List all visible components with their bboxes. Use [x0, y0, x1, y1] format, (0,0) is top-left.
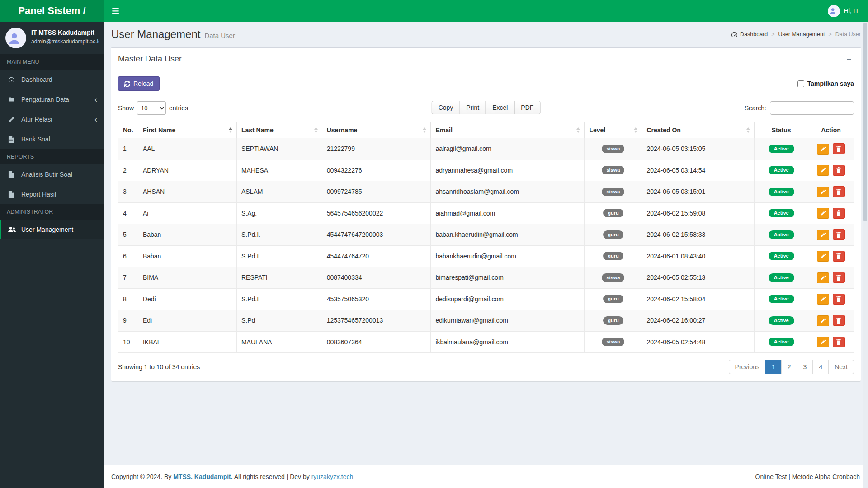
status-badge: Active [769, 316, 794, 325]
search-control: Search: [745, 101, 854, 115]
pagination-next[interactable]: Next [828, 360, 854, 374]
copy-button[interactable]: Copy [432, 101, 460, 114]
edit-button[interactable] [817, 294, 829, 305]
edit-button[interactable] [817, 315, 829, 326]
column-header-no: No. [118, 122, 138, 138]
delete-button[interactable] [833, 208, 845, 219]
edit-button[interactable] [817, 272, 829, 283]
cell-first-name: ADRYAN [138, 160, 236, 181]
status-badge: Active [769, 295, 794, 303]
edit-button[interactable] [817, 187, 829, 197]
pagination-page-4[interactable]: 4 [812, 360, 829, 374]
sidebar-item-dashboard[interactable]: Dashboard [0, 70, 104, 89]
table-row: 1 AAL SEPTIAWAN 21222799 aalragil@gmail.… [118, 138, 854, 160]
file-icon [8, 191, 17, 198]
pencil-icon [821, 296, 826, 302]
print-button[interactable]: Print [459, 101, 486, 114]
cell-username: 5645754656200022 [322, 202, 431, 224]
cell-email: aalragil@gmail.com [431, 138, 585, 160]
delete-button[interactable] [833, 315, 845, 326]
show-me-toggle[interactable]: Tampilkan saya [797, 80, 854, 87]
cell-no: 6 [118, 245, 138, 267]
edit-button[interactable] [817, 208, 829, 219]
status-badge: Active [769, 338, 794, 346]
edit-button[interactable] [817, 251, 829, 262]
delete-button[interactable] [833, 165, 845, 176]
table-row: 7 BIMA RESPATI 0087400334 bimarespati@gm… [118, 267, 854, 289]
edit-button[interactable] [817, 165, 829, 176]
cell-last-name: S.Pd.I. [236, 224, 322, 246]
column-header-level[interactable]: Level [585, 122, 642, 138]
pencil-icon [821, 339, 826, 345]
pagination-page-2[interactable]: 2 [781, 360, 797, 374]
column-header-email[interactable]: Email [431, 122, 585, 138]
entries-label: entries [169, 104, 188, 112]
pagination-previous[interactable]: Previous [729, 360, 766, 374]
brand-logo[interactable]: Panel Sistem / [0, 0, 104, 22]
pencil-icon [821, 232, 826, 238]
level-badge: siswa [602, 338, 624, 346]
scrollbar-thumb[interactable] [863, 23, 867, 221]
user-greeting: Hi, IT [844, 7, 859, 14]
pagination-page-3[interactable]: 3 [797, 360, 813, 374]
file-text-icon [8, 136, 17, 143]
column-header-first-name[interactable]: First Name [138, 122, 236, 138]
sidebar-item-atur-relasi[interactable]: Atur Relasi ‹ [0, 109, 104, 129]
table-row: 4 Ai S.Ag. 5645754656200022 aiahmad@gmai… [118, 202, 854, 224]
sidebar-item-report-hasil[interactable]: Report Hasil [0, 184, 104, 204]
delete-button[interactable] [833, 337, 845, 347]
status-badge: Active [769, 252, 794, 260]
page-length-select[interactable]: 10 [137, 101, 166, 115]
sort-icon [634, 127, 637, 133]
delete-button[interactable] [833, 294, 845, 305]
status-badge: Active [769, 188, 794, 196]
edit-button[interactable] [817, 337, 829, 347]
pdf-button[interactable]: PDF [514, 101, 540, 114]
show-me-checkbox[interactable] [797, 80, 804, 87]
excel-button[interactable]: Excel [486, 101, 514, 114]
delete-button[interactable] [833, 251, 845, 262]
delete-button[interactable] [833, 272, 845, 283]
scrollbar[interactable] [863, 22, 868, 488]
reload-button[interactable]: Reload [118, 76, 160, 91]
cell-email: dedisupardi@gmail.com [431, 288, 585, 310]
edit-button[interactable] [817, 230, 829, 240]
sidebar-item-pengaturan-data[interactable]: Pengaturan Data ‹ [0, 89, 104, 109]
footer-right-text: Online Test | Metode Alpha Cronbach [755, 473, 860, 480]
sort-icon [576, 127, 580, 133]
cell-email: aiahmad@gmail.com [431, 202, 585, 224]
column-header-last-name[interactable]: Last Name [236, 122, 322, 138]
cell-email: bimarespati@gmail.com [431, 267, 585, 289]
main-content: User ManagementData User DashboardUser M… [104, 22, 868, 465]
search-input[interactable] [770, 101, 854, 115]
sidebar-item-user-management[interactable]: User Management [0, 220, 104, 239]
delete-button[interactable] [833, 229, 845, 240]
collapse-button[interactable] [844, 55, 854, 63]
cell-first-name: Baban [138, 224, 236, 246]
user-menu[interactable]: Hi, IT [825, 0, 862, 22]
edit-button[interactable] [817, 144, 829, 155]
level-badge: guru [603, 209, 623, 217]
breadcrumb-user-management[interactable]: User Management [778, 31, 825, 38]
cell-no: 1 [118, 138, 138, 160]
show-me-label: Tampilkan saya [807, 80, 854, 87]
delete-button[interactable] [833, 186, 845, 197]
pagination-page-1[interactable]: 1 [765, 360, 782, 374]
pencil-icon [821, 168, 826, 173]
delete-button[interactable] [833, 143, 845, 154]
cell-created-on: 2024-06-05 03:15:01 [642, 181, 755, 203]
cell-first-name: Baban [138, 245, 236, 267]
dev-link[interactable]: ryuzakyzx.tech [311, 473, 354, 480]
sidebar-toggle-button[interactable] [104, 0, 127, 22]
column-header-username[interactable]: Username [322, 122, 431, 138]
breadcrumb-dashboard[interactable]: Dashboard [740, 31, 768, 38]
trash-icon [836, 232, 841, 238]
pencil-icon [821, 146, 826, 152]
cell-no: 3 [118, 181, 138, 203]
trash-icon [836, 275, 841, 281]
sidebar-item-analisis-butir-soal[interactable]: Analisis Butir Soal [0, 164, 104, 184]
level-badge: siswa [602, 145, 624, 153]
column-header-created-on[interactable]: Created On [642, 122, 755, 138]
sidebar-item-bank-soal[interactable]: Bank Soal [0, 129, 104, 149]
top-navbar: Panel Sistem / Hi, IT [0, 0, 868, 22]
